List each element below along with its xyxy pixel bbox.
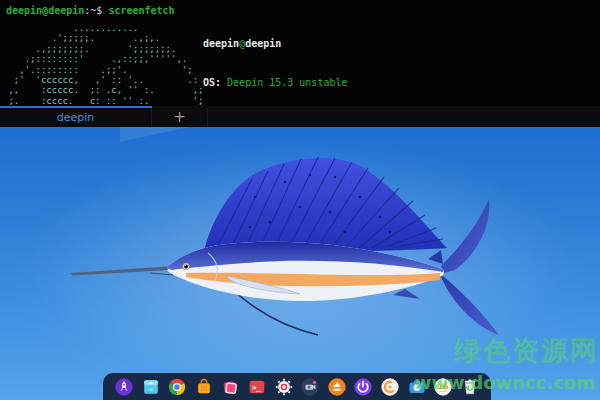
screenshot-icon [220, 377, 240, 397]
svg-text:>_: >_ [252, 382, 261, 391]
sysinfo-user: deepin [203, 38, 239, 49]
eye-highlight [185, 265, 186, 266]
music-disc-icon [380, 377, 400, 397]
prompt-line: deepin@deepin:~$ screenfetch [6, 5, 175, 16]
dock-item-control-center[interactable] [273, 376, 294, 397]
dock-item-music-player[interactable] [380, 376, 401, 397]
power-icon [353, 377, 373, 397]
terminal-content[interactable]: deepin@deepin:~$ screenfetch ...........… [0, 0, 600, 105]
chrome-icon [167, 377, 187, 397]
terminal-tab-bar: deepin + [0, 105, 600, 127]
prompt-command: screenfetch [108, 5, 174, 16]
screen-recorder-icon [300, 377, 320, 397]
dock-item-screenshot[interactable] [220, 376, 241, 397]
dock-item-screen-recorder[interactable] [300, 376, 321, 397]
deepin-ascii-logo: ............ .';;;;;. .,;,. .,;;;;;;;. '… [3, 23, 203, 105]
watermark-url: www.downcc.com [415, 372, 595, 393]
sysinfo-header: deepin@deepin [203, 37, 450, 50]
fish-pupil [184, 265, 188, 269]
new-tab-button[interactable]: + [152, 108, 208, 128]
prompt-path: :~$ [84, 5, 108, 16]
terminal-window: deepin@deepin:~$ screenfetch ...........… [0, 0, 600, 127]
sysinfo-row-os: OS: Deepin 15.3 unstable [203, 76, 450, 89]
terminal-icon: >_ [247, 377, 267, 397]
prompt-user-host: deepin@deepin [6, 5, 84, 16]
dock-item-chrome[interactable] [167, 376, 188, 397]
tab-deepin[interactable]: deepin [0, 108, 152, 128]
dock-item-terminal[interactable]: >_ [247, 376, 268, 397]
dock-item-file-manager[interactable] [140, 376, 161, 397]
dock-item-launcher[interactable] [114, 376, 135, 397]
sysinfo-host: deepin [245, 38, 281, 49]
dock-item-app-store[interactable] [193, 376, 214, 397]
sysinfo-panel: deepin@deepin OS: Deepin 15.3 unstable K… [203, 10, 450, 105]
watermark-title: 绿色资源网 [454, 333, 599, 369]
desktop: deepin@deepin:~$ screenfetch ...........… [0, 0, 600, 400]
settings-gear-icon [274, 377, 294, 397]
dock-item-shutdown[interactable] [353, 376, 374, 397]
dock-item-disk-mount[interactable] [326, 376, 347, 397]
app-store-bag-icon [194, 377, 214, 397]
disk-eject-icon [327, 377, 347, 397]
launcher-rocket-icon [114, 377, 134, 397]
file-manager-icon [141, 377, 161, 397]
